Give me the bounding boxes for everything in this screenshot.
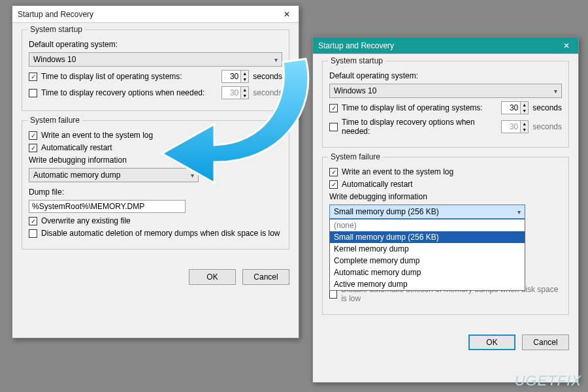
close-icon[interactable]: ✕ <box>560 41 573 50</box>
write-debug-value: Automatic memory dump <box>33 171 120 180</box>
dropdown-option[interactable]: Automatic memory dump <box>330 267 525 278</box>
label-auto-restart: Automatically restart <box>342 180 413 189</box>
dialog-body: System startup Default operating system:… <box>313 54 578 329</box>
group-system-failure: System failure ✓ Write an event to the s… <box>322 157 569 315</box>
dropdown-option[interactable]: Active memory dump <box>330 278 525 290</box>
default-os-value: Windows 10 <box>33 55 76 64</box>
button-bar: OK Cancel <box>313 329 578 358</box>
default-os-select[interactable]: Windows 10 ▾ <box>329 84 562 98</box>
label-default-os: Default operating system: <box>29 40 118 49</box>
dialog-title: Startup and Recovery <box>318 41 394 50</box>
write-debug-dropdown[interactable]: (none) Small memory dump (256 KB) Kernel… <box>329 219 525 291</box>
dump-file-input[interactable]: %SystemRoot%\MEMORY.DMP <box>29 200 186 213</box>
group-label-failure: System failure <box>328 152 383 161</box>
label-time-os-list: Time to display list of operating system… <box>342 103 497 112</box>
checkbox-disable-delete[interactable] <box>29 229 37 238</box>
write-debug-value: Small memory dump (256 KB) <box>334 207 439 216</box>
time-recovery-stepper[interactable]: ▲▼ <box>501 120 529 133</box>
group-label-startup: System startup <box>328 56 385 65</box>
label-write-debug: Write debugging information <box>29 155 127 165</box>
label-write-event: Write an event to the system log <box>41 131 153 140</box>
dropdown-option[interactable]: Small memory dump (256 KB) <box>330 231 525 243</box>
checkbox-auto-restart[interactable]: ✓ <box>329 180 338 189</box>
group-label-startup: System startup <box>27 25 85 34</box>
time-recovery-value[interactable] <box>502 122 520 131</box>
arrow-annotation-icon <box>149 52 319 196</box>
chevron-down-icon: ▾ <box>517 208 521 216</box>
label-disable-delete: Disable automatic deletion of memory dum… <box>41 229 280 238</box>
checkbox-write-event[interactable]: ✓ <box>329 168 338 176</box>
label-time-recovery: Time to display recovery options when ne… <box>342 118 497 136</box>
label-write-debug: Write debugging information <box>329 192 427 201</box>
checkbox-overwrite[interactable]: ✓ <box>29 217 37 225</box>
time-os-list-stepper[interactable]: ▲▼ <box>501 101 529 114</box>
time-os-list-value[interactable] <box>502 103 520 112</box>
checkbox-time-recovery[interactable] <box>29 89 37 97</box>
checkbox-time-os-list[interactable]: ✓ <box>329 104 338 112</box>
watermark: UGETFIX <box>515 372 581 389</box>
default-os-value: Windows 10 <box>334 86 376 95</box>
checkbox-write-event[interactable]: ✓ <box>29 131 37 140</box>
dropdown-option[interactable]: Complete memory dump <box>330 255 525 267</box>
dump-file-value: %SystemRoot%\MEMORY.DMP <box>32 202 144 211</box>
dropdown-option[interactable]: Kernel memory dump <box>330 243 525 255</box>
label-overwrite: Overwrite any existing file <box>41 216 131 225</box>
ok-button[interactable]: OK <box>189 269 236 285</box>
spin-up-icon[interactable]: ▲ <box>520 102 528 108</box>
close-icon[interactable]: ✕ <box>280 10 293 19</box>
cancel-button[interactable]: Cancel <box>522 335 569 350</box>
write-debug-select[interactable]: Small memory dump (256 KB) ▾ <box>329 204 525 219</box>
dropdown-option[interactable]: (none) <box>330 220 525 231</box>
button-bar: OK Cancel <box>12 264 299 293</box>
label-write-event: Write an event to the system log <box>342 167 453 176</box>
dialog-title: Startup and Recovery <box>18 10 93 19</box>
label-auto-restart: Automatically restart <box>41 143 112 152</box>
spin-down-icon[interactable]: ▼ <box>520 127 528 133</box>
titlebar[interactable]: Startup and Recovery ✕ <box>313 37 578 54</box>
label-seconds: seconds <box>532 103 562 112</box>
checkbox-time-recovery[interactable] <box>329 123 338 131</box>
ok-button[interactable]: OK <box>468 335 515 350</box>
group-label-failure: System failure <box>27 116 82 125</box>
spin-down-icon[interactable]: ▼ <box>520 108 528 114</box>
checkbox-time-os-list[interactable]: ✓ <box>29 73 37 81</box>
checkbox-auto-restart[interactable]: ✓ <box>29 144 37 152</box>
spin-up-icon[interactable]: ▲ <box>520 121 528 127</box>
group-system-startup: System startup Default operating system:… <box>322 61 569 148</box>
label-dump-file: Dump file: <box>29 188 64 197</box>
label-default-os: Default operating system: <box>329 71 418 80</box>
chevron-down-icon: ▾ <box>554 88 557 95</box>
cancel-button[interactable]: Cancel <box>242 269 289 285</box>
checkbox-disable-delete[interactable] <box>329 290 337 299</box>
titlebar[interactable]: Startup and Recovery ✕ <box>12 6 299 23</box>
startup-recovery-dialog-right: Startup and Recovery ✕ System startup De… <box>312 37 579 383</box>
label-seconds: seconds <box>532 122 562 131</box>
